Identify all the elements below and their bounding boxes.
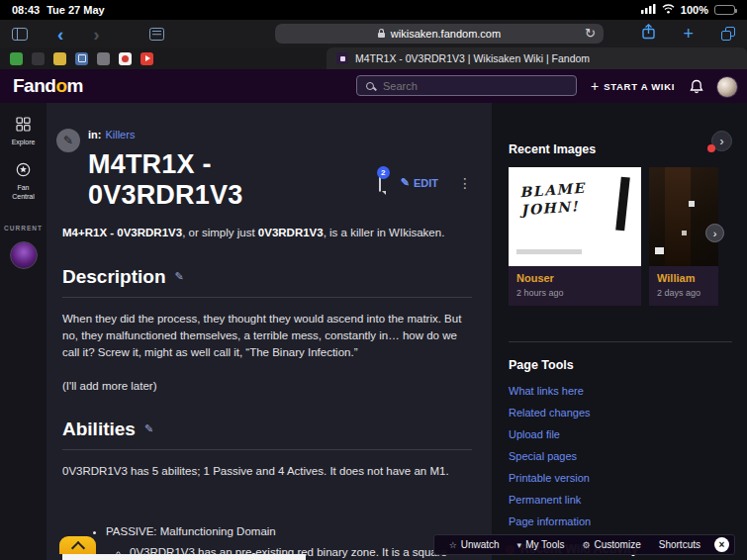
- comments-button[interactable]: 2: [379, 174, 381, 192]
- logo-text: m: [67, 75, 83, 96]
- explore-icon: [16, 117, 31, 134]
- section-heading-abilities: Abilities ✎: [62, 419, 472, 450]
- unwatch-button[interactable]: ☆ Unwatch: [440, 539, 509, 550]
- page-tools-link-printable-version[interactable]: Printable version: [509, 472, 590, 484]
- sidebar-item-fan-central[interactable]: FanCentral: [12, 162, 35, 201]
- tab-title: M4TR1X - 0V3RDR1V3 | Wikisaken Wiki | Fa…: [355, 52, 590, 64]
- page-tools-link-related-changes[interactable]: Related changes: [509, 407, 591, 419]
- edit-button[interactable]: ✎ EDIT: [401, 176, 438, 189]
- intro-bold: 0V3RDR1V3: [258, 227, 324, 238]
- section-edit-icon[interactable]: ✎: [144, 422, 153, 435]
- explore-label: Explore: [12, 138, 36, 146]
- forward-button[interactable]: ›: [93, 25, 99, 44]
- page-title: M4TR1X - 0V3RDR1V3: [88, 149, 363, 211]
- bookmark-favicon-7[interactable]: [140, 52, 153, 65]
- bookmark-favicon-1[interactable]: [10, 52, 23, 65]
- page-tools-link-special-pages[interactable]: Special pages: [509, 450, 577, 462]
- drawing-text: BLAMEJOHN!: [519, 179, 588, 220]
- fandom-logo[interactable]: Fandom: [13, 75, 83, 97]
- bookmark-favicon-4[interactable]: [75, 52, 88, 65]
- address-bar[interactable]: wikisaken.fandom.com ↻: [275, 24, 604, 44]
- quick-edit-button[interactable]: ✎: [56, 129, 80, 152]
- right-rail: › Recent Images BLAMEJOHN! Nouser 2 hour…: [492, 103, 747, 560]
- bookmarks-bar: [0, 52, 327, 65]
- breadcrumb: in:Killers: [88, 129, 472, 140]
- bookmark-favicon-5[interactable]: [97, 52, 110, 65]
- account-avatar[interactable]: [716, 76, 738, 98]
- article-intro: M4+R1X - 0V3RDR1V3, or simply just 0V3RD…: [62, 225, 472, 242]
- article-panel: ✎ in:Killers M4TR1X - 0V3RDR1V3 2 ✎ EDIT…: [47, 103, 492, 560]
- share-button[interactable]: [642, 24, 655, 44]
- current-wiki-avatar[interactable]: [10, 241, 38, 269]
- sidebar-toggle-button[interactable]: [12, 28, 28, 41]
- fan-central-label: FanCentral: [12, 183, 35, 201]
- divider: [509, 341, 732, 342]
- global-left-rail: Explore FanCentral CURRENT: [0, 103, 47, 560]
- my-tools-button[interactable]: ▾ My Tools: [509, 539, 574, 550]
- bookmark-favicon-3[interactable]: [53, 52, 66, 65]
- date: Tue 27 May: [47, 4, 105, 16]
- search-input[interactable]: [381, 79, 567, 93]
- notification-dot: [707, 144, 715, 152]
- page-body: Explore FanCentral CURRENT ✎ in:Killers …: [0, 103, 747, 560]
- close-quick-bar-button[interactable]: ×: [714, 537, 729, 552]
- sidebar-item-explore[interactable]: Explore: [12, 117, 36, 146]
- bookmark-favicon-6[interactable]: [119, 52, 132, 65]
- chevron-right-icon: ›: [720, 135, 724, 148]
- drawing-smudge: [516, 249, 582, 254]
- section-heading-description: Description ✎: [62, 266, 472, 298]
- carousel-next-button[interactable]: ›: [705, 224, 724, 242]
- back-button[interactable]: ‹: [57, 25, 63, 44]
- current-label: CURRENT: [4, 225, 43, 232]
- tabs-overview-button[interactable]: [721, 27, 735, 41]
- search-box[interactable]: [356, 75, 577, 96]
- bookmark-favicon-2[interactable]: [32, 52, 45, 65]
- card-image[interactable]: BLAMEJOHN!: [509, 167, 641, 266]
- shortcuts-button[interactable]: Shortcuts: [650, 539, 709, 550]
- image-author-link[interactable]: William: [657, 272, 718, 284]
- description-paragraph: When they did the process, they thought …: [62, 311, 472, 361]
- description-note: (I'll add more later): [62, 378, 472, 395]
- customize-button[interactable]: ⚙ Customize: [573, 539, 649, 550]
- cellular-icon: [641, 4, 656, 16]
- watch-star-icon: ☆: [449, 540, 457, 550]
- notifications-bell-button[interactable]: [690, 79, 703, 98]
- caret-down-icon: ▾: [517, 540, 522, 550]
- tab-groups-button[interactable]: [149, 28, 164, 41]
- photo-shape: [682, 231, 687, 235]
- lock-icon: [378, 33, 385, 38]
- intro-text: , is a killer in WIkisaken.: [324, 227, 445, 238]
- ad-expand-button[interactable]: [59, 536, 96, 554]
- card-image[interactable]: [649, 167, 718, 266]
- image-timestamp: 2 hours ago: [516, 288, 633, 298]
- start-a-wiki-label: START A WIKI: [604, 81, 675, 92]
- page-tools-link-upload-file[interactable]: Upload file: [509, 428, 560, 440]
- fandom-header: Fandom + START A WIKI: [0, 69, 747, 103]
- drawing-streak: [615, 177, 630, 232]
- recent-images-carousel: BLAMEJOHN! Nouser 2 hours ago Willia: [509, 167, 718, 306]
- breadcrumb-link-killers[interactable]: Killers: [105, 129, 135, 140]
- photo-shape: [689, 201, 695, 207]
- page-tools-link-what-links-here[interactable]: What links here: [509, 385, 584, 397]
- image-card-nouser[interactable]: BLAMEJOHN! Nouser 2 hours ago: [509, 167, 641, 306]
- image-author-link[interactable]: Nouser: [516, 272, 633, 284]
- breadcrumb-prefix: in:: [88, 129, 101, 140]
- section-edit-icon[interactable]: ✎: [175, 270, 184, 283]
- rail-collapse-button[interactable]: ›: [711, 131, 732, 151]
- photo-shape: [655, 247, 664, 254]
- chevron-up-icon: [70, 540, 84, 554]
- start-a-wiki-button[interactable]: + START A WIKI: [591, 69, 675, 103]
- page-tools-links: What links here Related changes Upload f…: [509, 385, 747, 527]
- reload-button[interactable]: ↻: [585, 26, 596, 41]
- edit-label: EDIT: [414, 177, 438, 189]
- more-options-button[interactable]: ⋮: [458, 175, 472, 191]
- page-tools-link-permanent-link[interactable]: Permanent link: [509, 494, 581, 506]
- page-tools-link-page-information[interactable]: Page information: [509, 515, 591, 527]
- gear-icon: ⚙: [582, 540, 590, 550]
- ad-banner-edge[interactable]: [62, 554, 306, 560]
- photo-shape: [665, 167, 691, 266]
- image-timestamp: 2 days ago: [657, 288, 718, 298]
- bullet-text: PASSIVE: Malfunctioning Domain: [106, 525, 276, 537]
- active-tab[interactable]: M4TR1X - 0V3RDR1V3 | Wikisaken Wiki | Fa…: [327, 47, 747, 69]
- new-tab-button[interactable]: +: [683, 25, 694, 43]
